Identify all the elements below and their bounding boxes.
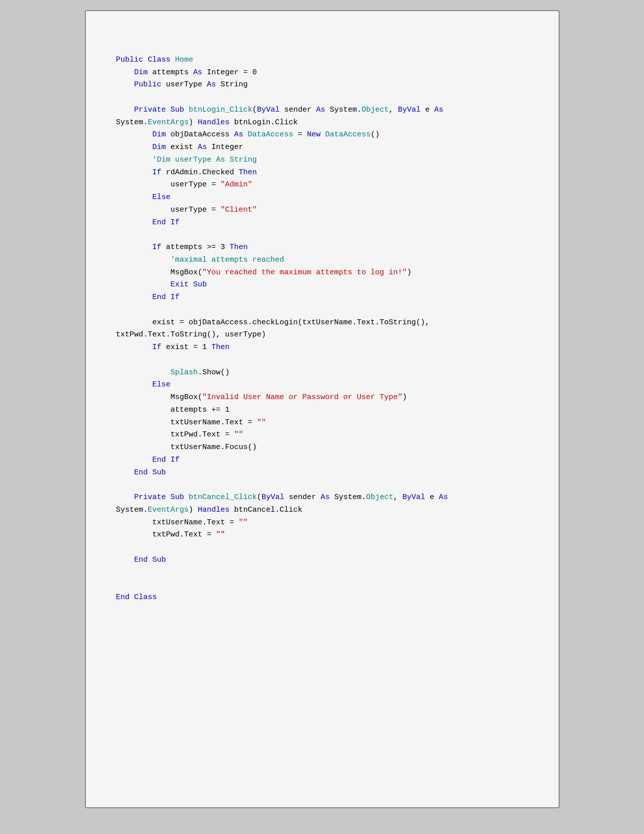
- code-window: Public Class Home Dim attempts As Intege…: [85, 10, 560, 808]
- code-content: Public Class Home Dim attempts As Intege…: [116, 41, 538, 617]
